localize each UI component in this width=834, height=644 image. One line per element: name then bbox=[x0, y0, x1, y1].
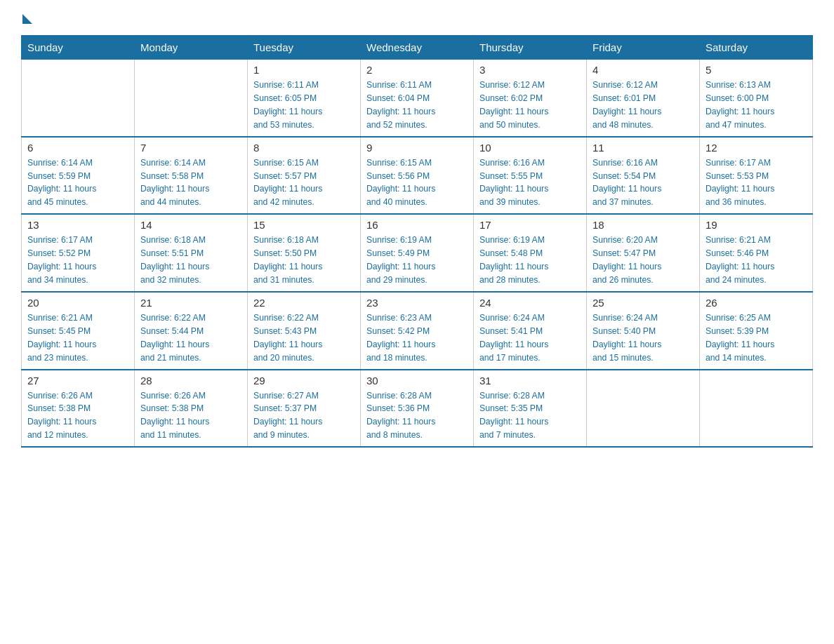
week-row-5: 27Sunrise: 6:26 AMSunset: 5:38 PMDayligh… bbox=[22, 370, 813, 448]
day-number: 27 bbox=[27, 375, 128, 387]
day-cell: 9Sunrise: 6:15 AMSunset: 5:56 PMDaylight… bbox=[361, 137, 474, 215]
day-detail: Sunrise: 6:18 AMSunset: 5:50 PMDaylight:… bbox=[253, 234, 355, 287]
day-number: 4 bbox=[593, 64, 694, 76]
day-number: 19 bbox=[706, 219, 807, 231]
header-cell-friday: Friday bbox=[587, 36, 700, 60]
day-cell: 15Sunrise: 6:18 AMSunset: 5:50 PMDayligh… bbox=[248, 214, 361, 292]
day-detail: Sunrise: 6:13 AMSunset: 6:00 PMDaylight:… bbox=[706, 79, 807, 132]
day-number: 22 bbox=[253, 297, 355, 309]
week-row-4: 20Sunrise: 6:21 AMSunset: 5:45 PMDayligh… bbox=[22, 292, 813, 370]
week-row-3: 13Sunrise: 6:17 AMSunset: 5:52 PMDayligh… bbox=[22, 214, 813, 292]
day-detail: Sunrise: 6:28 AMSunset: 5:35 PMDaylight:… bbox=[479, 389, 581, 443]
day-number: 8 bbox=[253, 142, 355, 154]
day-number: 20 bbox=[27, 297, 128, 309]
day-detail: Sunrise: 6:27 AMSunset: 5:37 PMDaylight:… bbox=[253, 389, 355, 443]
day-detail: Sunrise: 6:11 AMSunset: 6:04 PMDaylight:… bbox=[366, 79, 468, 132]
day-number: 12 bbox=[706, 142, 807, 154]
calendar-table: SundayMondayTuesdayWednesdayThursdayFrid… bbox=[21, 35, 813, 448]
day-number: 23 bbox=[366, 297, 468, 309]
header-cell-tuesday: Tuesday bbox=[248, 36, 361, 60]
logo-triangle-icon bbox=[22, 14, 32, 24]
day-number: 24 bbox=[479, 297, 581, 309]
day-number: 1 bbox=[253, 64, 355, 76]
day-cell: 5Sunrise: 6:13 AMSunset: 6:00 PMDaylight… bbox=[700, 60, 813, 137]
day-detail: Sunrise: 6:12 AMSunset: 6:02 PMDaylight:… bbox=[479, 79, 581, 132]
day-detail: Sunrise: 6:18 AMSunset: 5:51 PMDaylight:… bbox=[140, 234, 241, 287]
day-number: 3 bbox=[479, 64, 581, 76]
calendar-header: SundayMondayTuesdayWednesdayThursdayFrid… bbox=[22, 36, 813, 60]
day-cell: 3Sunrise: 6:12 AMSunset: 6:02 PMDaylight… bbox=[474, 60, 587, 137]
day-detail: Sunrise: 6:23 AMSunset: 5:42 PMDaylight:… bbox=[366, 311, 468, 365]
day-detail: Sunrise: 6:17 AMSunset: 5:53 PMDaylight:… bbox=[706, 156, 807, 210]
day-number: 14 bbox=[140, 219, 241, 231]
day-detail: Sunrise: 6:22 AMSunset: 5:43 PMDaylight:… bbox=[253, 311, 355, 365]
day-cell: 1Sunrise: 6:11 AMSunset: 6:05 PMDaylight… bbox=[248, 60, 361, 137]
day-detail: Sunrise: 6:21 AMSunset: 5:46 PMDaylight:… bbox=[706, 234, 807, 287]
header-cell-wednesday: Wednesday bbox=[361, 36, 474, 60]
day-detail: Sunrise: 6:19 AMSunset: 5:48 PMDaylight:… bbox=[479, 234, 581, 287]
day-detail: Sunrise: 6:24 AMSunset: 5:40 PMDaylight:… bbox=[593, 311, 694, 365]
day-cell: 22Sunrise: 6:22 AMSunset: 5:43 PMDayligh… bbox=[248, 292, 361, 370]
day-detail: Sunrise: 6:26 AMSunset: 5:38 PMDaylight:… bbox=[140, 389, 241, 443]
day-cell: 25Sunrise: 6:24 AMSunset: 5:40 PMDayligh… bbox=[587, 292, 700, 370]
day-number: 15 bbox=[253, 219, 355, 231]
day-detail: Sunrise: 6:21 AMSunset: 5:45 PMDaylight:… bbox=[27, 311, 128, 365]
header-cell-monday: Monday bbox=[135, 36, 248, 60]
day-detail: Sunrise: 6:24 AMSunset: 5:41 PMDaylight:… bbox=[479, 311, 581, 365]
week-row-2: 6Sunrise: 6:14 AMSunset: 5:59 PMDaylight… bbox=[22, 137, 813, 215]
day-cell: 12Sunrise: 6:17 AMSunset: 5:53 PMDayligh… bbox=[700, 137, 813, 215]
day-number: 16 bbox=[366, 219, 468, 231]
day-detail: Sunrise: 6:16 AMSunset: 5:55 PMDaylight:… bbox=[479, 156, 581, 210]
day-cell: 24Sunrise: 6:24 AMSunset: 5:41 PMDayligh… bbox=[474, 292, 587, 370]
day-cell bbox=[700, 370, 813, 448]
day-detail: Sunrise: 6:11 AMSunset: 6:05 PMDaylight:… bbox=[253, 79, 355, 132]
day-cell: 30Sunrise: 6:28 AMSunset: 5:36 PMDayligh… bbox=[361, 370, 474, 448]
day-detail: Sunrise: 6:26 AMSunset: 5:38 PMDaylight:… bbox=[27, 389, 128, 443]
day-number: 10 bbox=[479, 142, 581, 154]
day-number: 26 bbox=[706, 297, 807, 309]
week-row-1: 1Sunrise: 6:11 AMSunset: 6:05 PMDaylight… bbox=[22, 60, 813, 137]
day-cell bbox=[22, 60, 135, 137]
day-number: 31 bbox=[479, 375, 581, 387]
day-detail: Sunrise: 6:25 AMSunset: 5:39 PMDaylight:… bbox=[706, 311, 807, 365]
day-cell: 6Sunrise: 6:14 AMSunset: 5:59 PMDaylight… bbox=[22, 137, 135, 215]
day-number: 21 bbox=[140, 297, 241, 309]
day-cell: 8Sunrise: 6:15 AMSunset: 5:57 PMDaylight… bbox=[248, 137, 361, 215]
day-detail: Sunrise: 6:19 AMSunset: 5:49 PMDaylight:… bbox=[366, 234, 468, 287]
day-detail: Sunrise: 6:28 AMSunset: 5:36 PMDaylight:… bbox=[366, 389, 468, 443]
day-cell: 29Sunrise: 6:27 AMSunset: 5:37 PMDayligh… bbox=[248, 370, 361, 448]
day-number: 13 bbox=[27, 219, 128, 231]
page-header bbox=[21, 14, 813, 21]
day-number: 29 bbox=[253, 375, 355, 387]
day-number: 9 bbox=[366, 142, 468, 154]
header-cell-saturday: Saturday bbox=[700, 36, 813, 60]
day-cell: 13Sunrise: 6:17 AMSunset: 5:52 PMDayligh… bbox=[22, 214, 135, 292]
day-number: 6 bbox=[27, 142, 128, 154]
day-detail: Sunrise: 6:20 AMSunset: 5:47 PMDaylight:… bbox=[593, 234, 694, 287]
header-cell-sunday: Sunday bbox=[22, 36, 135, 60]
day-cell: 19Sunrise: 6:21 AMSunset: 5:46 PMDayligh… bbox=[700, 214, 813, 292]
day-number: 2 bbox=[366, 64, 468, 76]
header-row: SundayMondayTuesdayWednesdayThursdayFrid… bbox=[22, 36, 813, 60]
day-number: 5 bbox=[706, 64, 807, 76]
day-cell: 14Sunrise: 6:18 AMSunset: 5:51 PMDayligh… bbox=[135, 214, 248, 292]
day-number: 11 bbox=[593, 142, 694, 154]
day-detail: Sunrise: 6:22 AMSunset: 5:44 PMDaylight:… bbox=[140, 311, 241, 365]
day-cell bbox=[587, 370, 700, 448]
day-cell: 2Sunrise: 6:11 AMSunset: 6:04 PMDaylight… bbox=[361, 60, 474, 137]
day-number: 25 bbox=[593, 297, 694, 309]
day-detail: Sunrise: 6:12 AMSunset: 6:01 PMDaylight:… bbox=[593, 79, 694, 132]
day-cell: 10Sunrise: 6:16 AMSunset: 5:55 PMDayligh… bbox=[474, 137, 587, 215]
logo bbox=[21, 14, 32, 21]
calendar-body: 1Sunrise: 6:11 AMSunset: 6:05 PMDaylight… bbox=[22, 60, 813, 448]
day-cell: 21Sunrise: 6:22 AMSunset: 5:44 PMDayligh… bbox=[135, 292, 248, 370]
day-cell: 7Sunrise: 6:14 AMSunset: 5:58 PMDaylight… bbox=[135, 137, 248, 215]
day-number: 30 bbox=[366, 375, 468, 387]
day-detail: Sunrise: 6:16 AMSunset: 5:54 PMDaylight:… bbox=[593, 156, 694, 210]
day-cell: 17Sunrise: 6:19 AMSunset: 5:48 PMDayligh… bbox=[474, 214, 587, 292]
day-detail: Sunrise: 6:15 AMSunset: 5:57 PMDaylight:… bbox=[253, 156, 355, 210]
day-number: 18 bbox=[593, 219, 694, 231]
day-number: 7 bbox=[140, 142, 241, 154]
day-number: 28 bbox=[140, 375, 241, 387]
day-cell: 4Sunrise: 6:12 AMSunset: 6:01 PMDaylight… bbox=[587, 60, 700, 137]
